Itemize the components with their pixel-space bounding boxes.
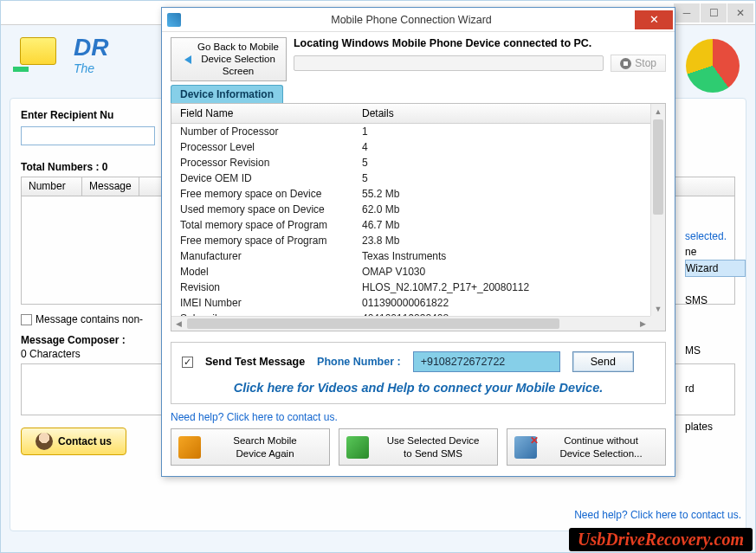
field-name-cell: Revision — [171, 280, 353, 295]
details-cell: 4 — [353, 139, 650, 155]
th-field-name: Field Name — [171, 104, 353, 124]
device-info-tab[interactable]: Device Information — [171, 85, 283, 103]
contact-us-button[interactable]: Contact us — [21, 428, 126, 455]
field-name-cell: Total memory space of Program — [171, 217, 353, 233]
locating-label: Locating Windows Mobile Phone Device con… — [294, 37, 666, 49]
table-row: Free memory space of Program23.8 Mb — [171, 233, 650, 248]
send-test-label: Send Test Message — [205, 356, 305, 368]
use-device-icon — [346, 436, 369, 459]
table-row: Processor Revision5 — [171, 155, 650, 170]
th-details: Details — [353, 104, 650, 124]
phone-number-input[interactable] — [413, 351, 560, 372]
envelope-icon — [13, 34, 63, 75]
pie-chart-icon — [686, 39, 740, 93]
avatar-icon — [36, 433, 53, 450]
field-name-cell: Free memory space on Device — [171, 186, 353, 202]
details-cell: 55.2 Mb — [353, 186, 650, 202]
field-name-cell: IMEI Number — [171, 295, 353, 311]
device-info-table: Field Name Details Number of Processor1P… — [171, 104, 650, 326]
watermark: UsbDriveRecovery.com — [569, 528, 753, 551]
stop-icon — [620, 58, 631, 69]
details-cell: 46.7 Mb — [353, 217, 650, 233]
vscrollbar-thumb[interactable] — [653, 119, 663, 215]
field-name-cell: Device OEM ID — [171, 170, 353, 186]
details-cell: Texas Instruments — [353, 248, 650, 264]
connection-wizard-dialog: Mobile Phone Connection Wizard ✕ Go Back… — [161, 7, 675, 477]
go-back-label: Go Back to Mobile Device Selection Scree… — [197, 42, 279, 77]
scroll-right-icon[interactable]: ▶ — [636, 317, 650, 331]
table-row: ManufacturerTexas Instruments — [171, 248, 650, 264]
field-name-cell: Manufacturer — [171, 248, 353, 264]
stop-label: Stop — [635, 57, 656, 69]
modal-title-icon — [167, 13, 181, 27]
field-name-cell: Processor Revision — [171, 155, 353, 170]
contact-us-label: Contact us — [58, 435, 112, 447]
field-name-cell: Used memory space on Device — [171, 202, 353, 217]
frag-wizard: Wizard — [685, 260, 746, 277]
modal-title: Mobile Phone Connection Wizard — [188, 14, 635, 26]
frag-plates: plates — [685, 419, 746, 434]
details-cell: 011390000061822 — [353, 295, 650, 311]
table-row: IMEI Number011390000061822 — [171, 295, 650, 311]
brand-text: DR — [74, 34, 108, 61]
scroll-up-icon[interactable]: ▲ — [651, 104, 665, 119]
frag-sms: SMS — [685, 293, 746, 308]
field-name-cell: Free memory space of Program — [171, 233, 353, 248]
modal-titlebar: Mobile Phone Connection Wizard ✕ — [162, 8, 675, 32]
maximize-icon[interactable]: ☐ — [701, 3, 727, 23]
details-cell: 23.8 Mb — [353, 233, 650, 248]
details-cell: 5 — [353, 170, 650, 186]
th-message: Message — [82, 177, 139, 196]
continue-without-label: Continue without Device Selection... — [544, 434, 658, 460]
search-device-button[interactable]: Search Mobile Device Again — [171, 428, 330, 466]
table-row: Device OEM ID5 — [171, 170, 650, 186]
message-contains-label: Message contains non- — [36, 313, 143, 325]
horizontal-scrollbar[interactable]: ◀ ▶ — [171, 316, 650, 331]
go-back-button[interactable]: Go Back to Mobile Device Selection Scree… — [171, 37, 287, 81]
vertical-scrollbar[interactable]: ▲ ▼ — [650, 104, 665, 316]
table-row: Total memory space of Program46.7 Mb — [171, 217, 650, 233]
table-row: RevisionHLOS_N2.10M7.2_P17+_20080112 — [171, 280, 650, 295]
field-name-cell: Processor Level — [171, 139, 353, 155]
modal-close-button[interactable]: ✕ — [635, 10, 673, 29]
frag-rd: rd — [685, 381, 746, 396]
scroll-left-icon[interactable]: ◀ — [171, 317, 186, 331]
brand-subtitle: The — [74, 61, 108, 75]
details-cell: 1 — [353, 124, 650, 140]
message-contains-checkbox[interactable] — [21, 314, 32, 325]
recipient-input[interactable] — [21, 126, 155, 145]
phone-number-label: Phone Number : — [317, 356, 401, 368]
field-name-cell: Model — [171, 264, 353, 280]
bg-need-help-link[interactable]: Need help? Click here to contact us. — [574, 509, 741, 521]
device-info-panel: Field Name Details Number of Processor1P… — [171, 103, 666, 331]
frag-ms: MS — [685, 343, 746, 358]
videos-help-link[interactable]: Click here for Videos and Help to connec… — [182, 381, 655, 395]
send-test-panel: ✓ Send Test Message Phone Number : Send … — [171, 342, 666, 404]
send-test-checkbox[interactable]: ✓ — [182, 357, 193, 368]
table-row: ModelOMAP V1030 — [171, 264, 650, 280]
field-name-cell: Number of Processor — [171, 124, 353, 140]
scroll-down-icon[interactable]: ▼ — [651, 301, 665, 316]
minimize-icon[interactable]: ─ — [674, 3, 700, 23]
use-selected-device-button[interactable]: Use Selected Device to Send SMS — [339, 428, 498, 466]
continue-without-icon — [514, 436, 537, 459]
close-icon[interactable]: ✕ — [727, 3, 753, 23]
stop-button[interactable]: Stop — [611, 55, 666, 72]
frag-ne: ne — [685, 244, 746, 260]
frag-selected: selected. — [685, 228, 746, 244]
search-device-icon — [178, 436, 201, 459]
details-cell: 62.0 Mb — [353, 202, 650, 217]
right-fragments: selected. ne Wizard SMS MS rd plates — [685, 228, 746, 434]
use-device-label: Use Selected Device to Send SMS — [376, 434, 490, 460]
hscrollbar-thumb[interactable] — [187, 318, 559, 329]
need-help-link[interactable]: Need help? Click here to contact us. — [171, 411, 666, 423]
table-row: Number of Processor1 — [171, 124, 650, 140]
continue-without-button[interactable]: Continue without Device Selection... — [507, 428, 666, 466]
scrollbar-corner — [650, 316, 665, 331]
send-button[interactable]: Send — [572, 351, 634, 372]
table-row: Used memory space on Device62.0 Mb — [171, 202, 650, 217]
progress-bar — [294, 55, 604, 71]
back-arrow-icon — [178, 52, 194, 68]
th-number: Number — [22, 177, 82, 196]
details-cell: 5 — [353, 155, 650, 170]
